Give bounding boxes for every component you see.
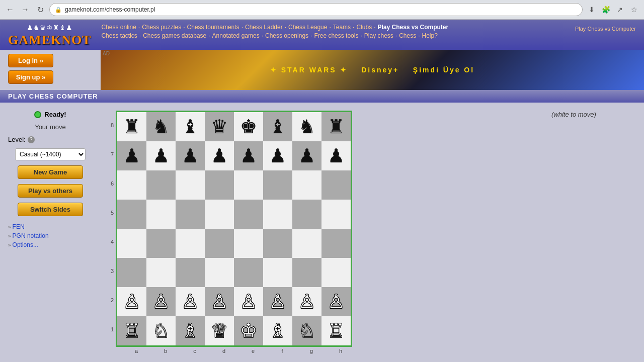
chess-cell-2c[interactable]: ♙ (176, 287, 205, 316)
nav-chess-league[interactable]: Chess League (286, 24, 329, 31)
chess-cell-2h[interactable]: ♙ (321, 287, 351, 316)
chess-cell-6a[interactable] (117, 170, 146, 200)
chess-cell-6g[interactable] (292, 170, 321, 200)
chess-cell-4b[interactable] (146, 229, 176, 258)
chess-cell-8b[interactable]: ♞ (146, 112, 176, 141)
chess-cell-1f[interactable]: ♗ (263, 316, 292, 345)
chess-cell-6c[interactable] (176, 170, 205, 200)
nav-chess-openings[interactable]: Chess openings (263, 32, 310, 39)
nav-chess-ladder[interactable]: Chess Ladder (243, 24, 285, 31)
chess-cell-4a[interactable] (117, 229, 146, 258)
chess-cell-2g[interactable]: ♙ (292, 287, 321, 316)
download-button[interactable]: ⬇ (586, 4, 598, 16)
chess-cell-2a[interactable]: ♙ (117, 287, 146, 316)
chess-cell-7g[interactable]: ♟ (292, 141, 321, 170)
reload-button[interactable]: ↻ (34, 4, 46, 16)
address-bar[interactable]: 🔒 gameknot.com/chess-computer.pl (49, 3, 583, 16)
chess-cell-3c[interactable] (176, 258, 205, 287)
chess-cell-5b[interactable] (146, 200, 176, 229)
chess-cell-5a[interactable] (117, 200, 146, 229)
forward-button[interactable]: → (19, 4, 31, 16)
chess-cell-3d[interactable] (205, 258, 234, 287)
chess-cell-6d[interactable] (205, 170, 234, 200)
chess-cell-3g[interactable] (292, 258, 321, 287)
chess-cell-7c[interactable]: ♟ (176, 141, 205, 170)
chess-cell-8c[interactable]: ♝ (176, 112, 205, 141)
chess-cell-5c[interactable] (176, 200, 205, 229)
nav-chess-puzzles[interactable]: Chess puzzles (140, 24, 183, 31)
chess-cell-2d[interactable]: ♙ (205, 287, 234, 316)
chess-cell-1d[interactable]: ♕ (205, 316, 234, 345)
nav-chess-tournaments[interactable]: Chess tournaments (185, 24, 242, 31)
chess-cell-1g[interactable]: ♘ (292, 316, 321, 345)
fen-link[interactable]: » FEN (8, 223, 93, 230)
chess-cell-3h[interactable] (321, 258, 351, 287)
chess-cell-4g[interactable] (292, 229, 321, 258)
chess-cell-7f[interactable]: ♟ (263, 141, 292, 170)
ad-content[interactable]: ✦ STAR WARS ✦ Disney+ Şimdi Üye Ol (101, 50, 644, 90)
chess-cell-5g[interactable] (292, 200, 321, 229)
new-game-button[interactable]: New Game (18, 165, 83, 179)
chess-cell-6f[interactable] (263, 170, 292, 200)
chess-cell-8h[interactable]: ♜ (321, 112, 351, 141)
chess-cell-3a[interactable] (117, 258, 146, 287)
chess-cell-4f[interactable] (263, 229, 292, 258)
nav-chess-tactics[interactable]: Chess tactics (99, 32, 139, 39)
chess-cell-3b[interactable] (146, 258, 176, 287)
chess-cell-1h[interactable]: ♖ (321, 316, 351, 345)
options-link[interactable]: » Options... (8, 241, 93, 248)
chess-cell-1c[interactable]: ♗ (176, 316, 205, 345)
chess-cell-8g[interactable]: ♞ (292, 112, 321, 141)
chess-cell-3f[interactable] (263, 258, 292, 287)
chess-cell-7d[interactable]: ♟ (205, 141, 234, 170)
pgn-link[interactable]: » PGN notation (8, 232, 93, 239)
nav-play-chess-computer[interactable]: Play Chess vs Computer (375, 24, 450, 31)
help-icon[interactable]: ? (28, 136, 35, 143)
chess-cell-8e[interactable]: ♚ (234, 112, 263, 141)
chess-cell-4c[interactable] (176, 229, 205, 258)
nav-chess[interactable]: Chess (397, 32, 418, 39)
chess-cell-7b[interactable]: ♟ (146, 141, 176, 170)
chess-cell-7a[interactable]: ♟ (117, 141, 146, 170)
chess-cell-6b[interactable] (146, 170, 176, 200)
signup-button[interactable]: Sign up » (8, 70, 53, 84)
chess-cell-5f[interactable] (263, 200, 292, 229)
nav-free-chess-tools[interactable]: Free chess tools (312, 32, 360, 39)
nav-annotated-games[interactable]: Annotated games (210, 32, 262, 39)
chess-cell-2f[interactable]: ♙ (263, 287, 292, 316)
chess-cell-1b[interactable]: ♘ (146, 316, 176, 345)
chess-cell-6h[interactable] (321, 170, 351, 200)
chess-cell-1e[interactable]: ♔ (234, 316, 263, 345)
nav-chess-games-db[interactable]: Chess games database (141, 32, 208, 39)
chess-cell-3e[interactable] (234, 258, 263, 287)
chess-cell-5d[interactable] (205, 200, 234, 229)
back-button[interactable]: ← (4, 4, 16, 16)
play-vs-others-button[interactable]: Play vs others (18, 184, 83, 198)
nav-help[interactable]: Help? (420, 32, 440, 39)
chess-cell-8f[interactable]: ♝ (263, 112, 292, 141)
chess-cell-8a[interactable]: ♜ (117, 112, 146, 141)
level-select[interactable]: Casual (~1400) Beginner (~800) Easy (~10… (15, 148, 86, 160)
chess-cell-2e[interactable]: ♙ (234, 287, 263, 316)
nav-teams[interactable]: Teams (331, 24, 353, 31)
nav-clubs[interactable]: Clubs (354, 24, 374, 31)
switch-sides-button[interactable]: Switch Sides (18, 203, 83, 216)
logo-text[interactable]: GAMEKNOT (8, 33, 91, 48)
chess-cell-7h[interactable]: ♟ (321, 141, 351, 170)
chess-cell-8d[interactable]: ♛ (205, 112, 234, 141)
bookmark-button[interactable]: ☆ (628, 4, 640, 16)
chess-board[interactable]: ♜♞♝♛♚♝♞♜♟♟♟♟♟♟♟♟♙♙♙♙♙♙♙♙♖♘♗♕♔♗♘♖ (116, 111, 352, 347)
chess-cell-4e[interactable] (234, 229, 263, 258)
chess-cell-5h[interactable] (321, 200, 351, 229)
nav-chess-online[interactable]: Chess online (99, 24, 138, 31)
nav-play-chess[interactable]: Play chess (362, 32, 395, 39)
share-button[interactable]: ↗ (614, 4, 626, 16)
chess-cell-7e[interactable]: ♟ (234, 141, 263, 170)
login-button[interactable]: Log in » (8, 54, 53, 67)
chess-cell-1a[interactable]: ♖ (117, 316, 146, 345)
chess-cell-4h[interactable] (321, 229, 351, 258)
chess-cell-2b[interactable]: ♙ (146, 287, 176, 316)
chess-cell-4d[interactable] (205, 229, 234, 258)
extensions-button[interactable]: 🧩 (600, 4, 612, 16)
chess-cell-6e[interactable] (234, 170, 263, 200)
